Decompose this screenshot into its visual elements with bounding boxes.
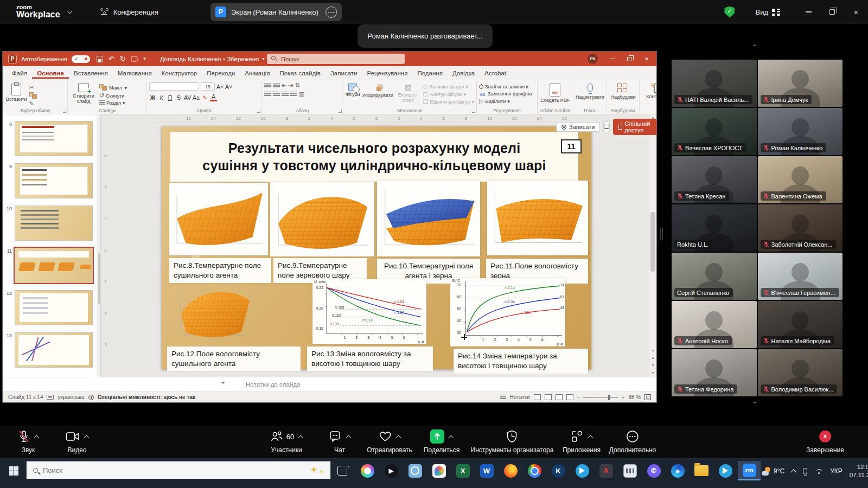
reset-button[interactable]: ↺Скинути bbox=[99, 93, 127, 99]
slide-thumbnail-preview[interactable] bbox=[15, 206, 93, 241]
video-button[interactable]: Видео bbox=[66, 429, 88, 454]
highlight-icon[interactable]: ✎ bbox=[201, 94, 208, 101]
apps-button[interactable]: Приложения bbox=[563, 429, 601, 454]
gallery-scroll-down-icon[interactable]: ⌄ bbox=[752, 397, 757, 405]
notes-pane[interactable]: Нотатки до слайда bbox=[3, 377, 656, 391]
more-options-icon[interactable]: ⋯ bbox=[326, 7, 337, 18]
columns-icon[interactable]: ▥ bbox=[299, 91, 304, 97]
shape-effects-button[interactable]: ❏Ефекти для фігур ▾ bbox=[423, 99, 474, 105]
media-player-app[interactable]: ▶ bbox=[380, 461, 403, 480]
camera-tool-app[interactable] bbox=[404, 461, 426, 480]
arrange-button[interactable]: Упорядкувати bbox=[362, 82, 393, 98]
keyboard-app[interactable] bbox=[618, 461, 641, 480]
select-button[interactable]: ▷Виділити ▾ bbox=[479, 98, 532, 104]
notes-toggle-icon[interactable] bbox=[500, 395, 506, 400]
host-tools-button[interactable]: Инструменты организатора bbox=[471, 429, 554, 454]
network-icon[interactable] bbox=[814, 468, 823, 474]
participant-tile[interactable]: Вячеслав ХРОПОСТ bbox=[672, 108, 757, 155]
record-button[interactable]: Записати bbox=[556, 122, 600, 132]
participant-tile[interactable]: Заболотній Олексан... bbox=[758, 204, 843, 252]
notes-toggle-label[interactable]: Нотатки bbox=[510, 394, 530, 400]
slide-canvas-area[interactable]: 16 14 12 10 8 6 4 2 0 2 4 6 8 10 12 14 1… bbox=[101, 114, 656, 377]
ribbon-tab[interactable]: Малювання bbox=[113, 67, 157, 79]
designer-button[interactable]: Конструктор bbox=[646, 82, 656, 99]
ribbon-tab[interactable]: Рецензування bbox=[362, 67, 412, 79]
slide-thumbnail-preview[interactable] bbox=[15, 121, 93, 156]
ppt-minimize-button[interactable] bbox=[603, 52, 621, 66]
chrome-app[interactable] bbox=[523, 461, 546, 480]
close-button[interactable]: × bbox=[844, 0, 868, 24]
italic-icon[interactable]: К bbox=[158, 94, 165, 101]
participant-tile[interactable]: Тетяна Федорина bbox=[672, 349, 757, 396]
task-view-button[interactable] bbox=[332, 461, 355, 480]
find-replace-button[interactable]: Знайти та замінити bbox=[479, 84, 532, 89]
ribbon-tab[interactable]: Подання bbox=[412, 67, 447, 79]
ribbon-tab[interactable]: Acrobat bbox=[480, 67, 511, 79]
participant-tile[interactable]: Ірина Демчук bbox=[758, 60, 843, 107]
more-button[interactable]: Дополнительно bbox=[609, 429, 656, 454]
viber-app[interactable]: ✆ bbox=[642, 461, 665, 480]
search-input[interactable] bbox=[267, 54, 405, 64]
minimize-button[interactable] bbox=[796, 0, 820, 24]
format-painter-icon[interactable]: ✎ bbox=[29, 101, 37, 107]
react-button[interactable]: Отреагировать bbox=[367, 429, 412, 454]
ribbon-tab[interactable]: Переходи bbox=[202, 67, 240, 79]
justify-icon[interactable] bbox=[290, 92, 297, 97]
edge-app[interactable]: e bbox=[666, 461, 689, 480]
participant-tile[interactable]: Валентина Ожема bbox=[758, 156, 843, 203]
gallery-scroll-up-icon[interactable]: ⌃ bbox=[752, 43, 757, 51]
align-center-icon[interactable] bbox=[273, 92, 280, 97]
video-menu-chevron[interactable] bbox=[84, 435, 90, 440]
weather-widget[interactable]: 9°C bbox=[762, 467, 784, 476]
participant-tile[interactable]: В'ячеслав Герасимен... bbox=[758, 253, 843, 300]
slide-thumbnail-preview[interactable] bbox=[15, 163, 93, 198]
document-title[interactable]: Доповідь Калініченко • Збережено ▾ bbox=[160, 56, 265, 62]
zoom-out-icon[interactable]: − bbox=[577, 394, 580, 400]
participant-tile[interactable]: Сергій Степаненко bbox=[672, 253, 757, 300]
participant-tile[interactable]: НАТІ Валерій Василь... bbox=[672, 60, 757, 107]
security-shield-icon[interactable] bbox=[724, 7, 735, 18]
redo-icon[interactable]: ↻ bbox=[120, 55, 126, 62]
section-button[interactable]: Розділ ▾ bbox=[99, 100, 127, 106]
canvas-scrollbar[interactable]: ▲ ▲ ▲ ▼ ▼ bbox=[649, 114, 656, 377]
tray-expand-icon[interactable] bbox=[790, 469, 796, 475]
view-button[interactable]: Вид bbox=[755, 8, 780, 16]
copilot-app[interactable] bbox=[356, 461, 379, 480]
autosave-toggle[interactable] bbox=[72, 55, 90, 63]
comments-button[interactable] bbox=[603, 121, 610, 132]
telegram2-app[interactable] bbox=[714, 461, 737, 480]
language-indicator[interactable]: українська bbox=[58, 394, 84, 400]
font-name-combobox[interactable] bbox=[149, 82, 199, 91]
share-screen-button[interactable]: Поделиться bbox=[424, 429, 459, 454]
cut-icon[interactable]: ✂ bbox=[29, 85, 37, 91]
layout-button[interactable]: Макет ▾ bbox=[99, 84, 127, 91]
tray-mic-icon[interactable] bbox=[803, 468, 807, 474]
save-icon[interactable] bbox=[97, 56, 103, 62]
slide-thumbnail[interactable]: 13 bbox=[5, 332, 93, 368]
create-pdf-button[interactable]: Создать PDF bbox=[540, 82, 570, 103]
panel-drag-handle[interactable] bbox=[660, 228, 663, 240]
react-menu-chevron[interactable] bbox=[396, 435, 401, 440]
windows-search[interactable] bbox=[26, 461, 331, 479]
thumbnail-scrollbar[interactable] bbox=[97, 114, 100, 377]
slide[interactable]: Результати чисельного розрахунку моделі … bbox=[162, 126, 591, 369]
tab-screen-share[interactable]: P Экран (Роман Калініченко) ⋯ bbox=[210, 3, 342, 21]
font-size-combobox[interactable]: 18 bbox=[201, 82, 215, 91]
accessibility-status[interactable]: Спеціальні можливості: щось не так bbox=[98, 394, 195, 400]
start-button[interactable] bbox=[2, 461, 25, 480]
undo-icon[interactable]: ↶ bbox=[108, 55, 114, 62]
next-slide-icon[interactable]: ▼ bbox=[649, 363, 656, 367]
leave-button[interactable]: × Завершение bbox=[806, 429, 844, 454]
notes-placeholder[interactable]: Нотатки до слайда bbox=[246, 381, 300, 388]
ppt-restore-button[interactable] bbox=[621, 52, 638, 66]
participant-tile[interactable]: Наталія Майбородіна bbox=[758, 301, 843, 348]
prev-slide-icon2[interactable]: ▲ bbox=[649, 356, 656, 359]
slide-thumbnail[interactable]: 9 bbox=[5, 163, 93, 198]
zoom-slider[interactable]: − + bbox=[577, 394, 625, 400]
slide-sorter-view-icon[interactable] bbox=[545, 394, 552, 400]
shrink-font-icon[interactable]: A˅ bbox=[225, 84, 232, 90]
notes-collapse-icon[interactable] bbox=[221, 382, 225, 386]
clock[interactable]: 12:04 07.11.2025 bbox=[850, 463, 868, 479]
dictate-button[interactable]: Надиктувати bbox=[576, 82, 604, 100]
slide-thumbnail-preview[interactable] bbox=[15, 332, 93, 368]
